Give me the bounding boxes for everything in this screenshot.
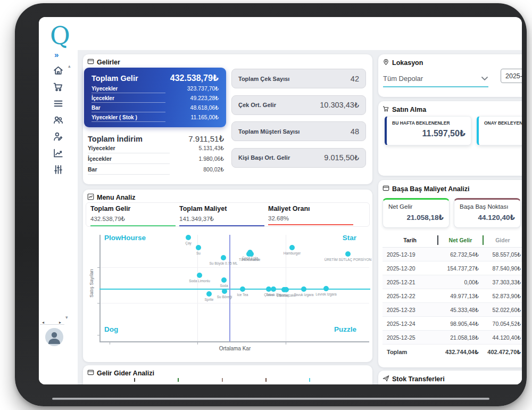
scatter-point-label: Soda [220,284,228,288]
menu-analysis-stats: Toplam Gelir432.538,79₺Toplam Maliyet141… [86,202,370,227]
total-label: Toplam [383,349,438,355]
revenue-row: İçecekler 49.223,28₺ [92,94,219,104]
filters-sliders-icon[interactable] [53,164,64,175]
sidebar-expand-button[interactable]: » [54,50,57,59]
col-header-gider: Gider [483,235,522,245]
scatter-point [240,286,245,292]
discount-row-label: Bar [88,166,170,175]
cell-date: 2025-12-22 [383,293,438,299]
scatter-point [221,277,227,283]
table-total-row: Toplam 432.744,04₺ 402.472,70₺ [383,345,522,359]
cell-gider: 37.303,33₺ [483,279,522,285]
total-net: 432.744,04₺ [438,349,483,356]
cell-net: 45.333,48₺ [438,307,483,313]
y-axis-label: Satış Sayıları [89,262,94,305]
purchase-card-label: ONAY BEKLEYENLER [484,120,522,126]
tablet-screen: Q » ▴ [39,17,522,384]
column-tick [134,378,135,382]
col-header-tarih: Tarih [383,237,437,243]
cell-net: 21.058,18₺ [438,334,483,341]
discount-row-value: 1.980,06₺ [198,155,224,162]
app-logo: Q [50,23,70,48]
y-tick [97,335,99,335]
panel-title: Satın Alma [392,106,426,113]
x-tick [286,342,286,345]
table-row: 2025-12-24 98.905,44₺ 70.054,52₺ [383,317,522,331]
gridline [101,303,369,304]
breakeven-box-label: Net Gelir [388,203,444,210]
scatter-point [197,273,202,278]
scatter-point [221,255,226,260]
panel-title: Lokasyon [392,59,423,67]
scatter-point [323,286,329,291]
menu-stat-label: Toplam Gelir [90,205,176,212]
cell-date: 2025-12-21 [383,279,438,285]
x-tick [110,342,110,345]
cell-net: 62.732,54₺ [438,251,483,258]
scroll-right-icon[interactable]: ▸ [59,321,61,325]
revenue-row: Yiyecekler 323.737,70₺ [92,85,219,94]
stat-value: 9.015,50₺ [324,153,359,162]
warehouse-select[interactable]: Tüm Depolar [383,73,488,87]
cart-small-icon [383,105,389,114]
cell-net: 154.737,27₺ [438,265,483,272]
purchase-card[interactable]: BU HAFTA BEKLENENLER11.597,50₺ [385,116,471,145]
customers-icon[interactable] [53,114,64,126]
quadrant-star: Star [343,234,356,242]
quadrant-plowhourse: PlowHourse [104,234,146,242]
scatter-point-label: Ice Tea [237,293,248,297]
breakeven-box-value: 44.120,40₺ [460,213,515,222]
panel-title: Stok Transferleri [392,375,445,383]
purchase-card[interactable]: ONAY BEKLEYENLER [477,116,522,145]
orders-list-icon[interactable] [53,98,64,109]
scroll-down-icon[interactable]: ▾ [65,315,68,320]
scroll-left-icon[interactable]: ◂ [42,321,44,325]
table-row: 2025-12-22 49.977,13₺ 52.873,90₺ [383,289,522,303]
scatter-point [196,245,201,250]
warehouse-selected-value: Tüm Depolar [383,75,423,83]
stat-label: Çek Ort. Gelir [238,102,276,108]
scatter-point-label: Tavuk Izgara [294,293,314,297]
quadrant-puzzle: Puzzle [334,325,356,333]
cell-gider: 44.120,40₺ [483,334,522,341]
discount-row-label: İçecekler [88,155,170,164]
col-header-net-gelir: Net Gelir [437,235,483,245]
chart-line-icon [87,193,94,202]
table-row: 2025-12-23 45.333,48₺ 52.022,60₺ [383,303,522,317]
stat-value: 42 [351,75,359,83]
discount-row-value: 5.131,43₺ [198,145,224,151]
location-pin-icon [383,59,389,67]
y-tick [97,267,99,268]
home-icon[interactable] [53,65,64,76]
gridline [101,267,369,268]
stat-card: Toplam Çek Sayısı42 [231,69,366,88]
purchase-card-value: 11.597,50₺ [392,128,466,138]
stat-label: Toplam Müşteri Sayısı [238,128,300,135]
stat-card: Çek Ort. Gelir10.303,43₺ [231,95,366,115]
staff-edit-icon[interactable] [53,131,64,142]
scatter-point-label: Cheesecake [277,293,296,297]
cell-net: 0,00₺ [438,279,483,285]
x-axis [99,341,369,342]
cell-date: 2025-12-19 [383,251,438,258]
cell-net: 49.977,13₺ [438,293,483,299]
scatter-point-label: Su [196,251,201,255]
panel-title: Başa Baş Maliyet Analizi [392,185,469,193]
user-avatar[interactable] [45,328,63,346]
x-tick [197,342,198,345]
revenue-row-label: İçecekler [92,95,165,103]
revenue-row-label: Bar [92,105,165,112]
column-tick [309,378,310,382]
reports-chart-icon[interactable] [53,147,64,159]
table-row: 2025-12-25 21.058,18₺ 44.120,40₺ [383,331,522,345]
date-input[interactable]: 2025-1 [501,69,522,83]
scatter-point [186,235,191,240]
vertical-reference-line [229,235,230,341]
date-value: 2025-1 [505,72,522,80]
menu-stat-value: 32.68% [268,215,353,222]
send-icon [383,375,389,383]
scatter-point-label: Soda Limonlu [189,279,210,283]
scatter-point [271,286,276,292]
cell-gider: 52.873,90₺ [483,293,522,299]
cart-icon[interactable] [53,81,64,93]
